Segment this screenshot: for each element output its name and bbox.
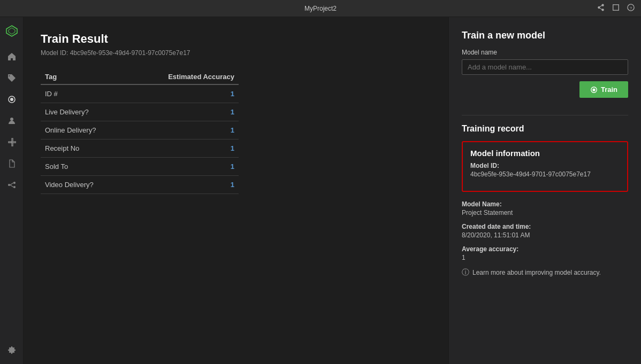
train-button-icon: [590, 86, 598, 94]
svg-marker-4: [9, 28, 15, 34]
sidebar-item-train[interactable]: [2, 90, 21, 109]
svg-text:?: ?: [630, 6, 632, 11]
accuracy-cell: 1: [128, 140, 239, 158]
titlebar-title: MyProject2: [304, 5, 337, 12]
main-content: Train Result Model ID: 4bc9e5fe-953e-49d…: [24, 17, 641, 364]
model-id-value: 4bc9e5fe-953e-49d4-9701-97c0075e7e17: [470, 171, 620, 178]
avg-accuracy-label: Average accuracy:: [462, 245, 628, 253]
logo-icon: [2, 21, 21, 41]
sidebar-item-settings[interactable]: [2, 340, 21, 360]
table-row: Video Delivery? 1: [41, 176, 239, 194]
sidebar-item-predict[interactable]: [2, 133, 21, 152]
sidebar-item-connections[interactable]: [2, 175, 21, 195]
sidebar-bottom: [2, 340, 21, 360]
accuracy-table: Tag Estimated Accuracy ID # 1 Live Deliv…: [41, 69, 239, 194]
avg-accuracy-value: 1: [462, 254, 628, 261]
model-name-row: Model Name: Project Statement: [462, 200, 628, 216]
accuracy-cell: 1: [128, 121, 239, 140]
svg-point-6: [10, 98, 13, 101]
page-title: Train Result: [41, 32, 431, 46]
train-section-title: Train a new model: [462, 30, 628, 41]
model-id-label: Model ID:: [470, 162, 620, 169]
accuracy-cell: 1: [128, 103, 239, 121]
created-date-label: Created date and time:: [462, 223, 628, 230]
sidebar-item-person[interactable]: [2, 111, 21, 130]
sidebar: [0, 17, 24, 364]
svg-line-13: [10, 185, 13, 187]
model-name-label: Model name: [462, 49, 628, 56]
svg-point-10: [13, 182, 16, 184]
created-date-row: Created date and time: 8/20/2020, 11:51:…: [462, 223, 628, 239]
accuracy-cell: 1: [128, 84, 239, 103]
train-button-label: Train: [601, 86, 617, 94]
titlebar-icons: ?: [597, 4, 635, 13]
model-id-row: Model ID: 4bc9e5fe-953e-49d4-9701-97c007…: [470, 162, 620, 178]
tag-cell: Sold To: [41, 158, 128, 176]
table-row: Live Delivery? 1: [41, 103, 239, 121]
model-info-heading: Model information: [470, 149, 620, 158]
table-row: Receipt No 1: [41, 140, 239, 158]
svg-point-7: [10, 118, 13, 121]
col-accuracy: Estimated Accuracy: [128, 69, 239, 84]
table-row: Sold To 1: [41, 158, 239, 176]
sidebar-item-tag[interactable]: [2, 68, 21, 88]
accuracy-cell: 1: [128, 158, 239, 176]
model-name-info-value: Project Statement: [462, 209, 628, 216]
right-panel: Train a new model Model name Train Train…: [448, 17, 641, 364]
tag-cell: Video Delivery?: [41, 176, 128, 194]
tag-cell: ID #: [41, 84, 128, 103]
svg-line-12: [10, 183, 13, 185]
table-row: Online Delivery? 1: [41, 121, 239, 140]
share-icon[interactable]: [597, 4, 605, 13]
svg-rect-0: [613, 5, 619, 11]
section-divider: [462, 115, 628, 115]
info-icon: ⓘ: [462, 268, 469, 277]
left-panel: Train Result Model ID: 4bc9e5fe-953e-49d…: [24, 17, 448, 364]
sidebar-item-home[interactable]: [2, 47, 21, 66]
avg-accuracy-row: Average accuracy: 1: [462, 245, 628, 261]
learn-more-row: ⓘ Learn more about improving model accur…: [462, 268, 628, 277]
train-button-row: Train: [462, 81, 628, 102]
table-row: ID # 1: [41, 84, 239, 103]
accuracy-cell: 1: [128, 176, 239, 194]
created-date-value: 8/20/2020, 11:51:01 AM: [462, 231, 628, 239]
col-tag: Tag: [41, 69, 128, 84]
window-icon[interactable]: [612, 4, 620, 13]
app-body: Train Result Model ID: 4bc9e5fe-953e-49d…: [0, 17, 641, 364]
svg-point-15: [592, 88, 595, 91]
model-name-info-label: Model Name:: [462, 200, 628, 208]
tag-cell: Live Delivery?: [41, 103, 128, 121]
learn-more-link[interactable]: Learn more about improving model accurac…: [472, 269, 601, 276]
sidebar-item-document[interactable]: [2, 154, 21, 173]
model-info-box: Model information Model ID: 4bc9e5fe-953…: [462, 141, 628, 192]
train-button[interactable]: Train: [579, 81, 628, 98]
model-id-display: Model ID: 4bc9e5fe-953e-49d4-9701-97c007…: [41, 49, 431, 57]
tag-cell: Online Delivery?: [41, 121, 128, 140]
svg-point-9: [8, 184, 10, 186]
svg-point-8: [11, 141, 13, 143]
model-name-input[interactable]: [462, 59, 628, 75]
titlebar: MyProject2 ?: [0, 0, 641, 17]
help-icon[interactable]: ?: [627, 4, 635, 13]
svg-point-11: [13, 186, 16, 188]
training-record-title: Training record: [462, 124, 628, 134]
svg-marker-3: [6, 26, 17, 36]
tag-cell: Receipt No: [41, 140, 128, 158]
